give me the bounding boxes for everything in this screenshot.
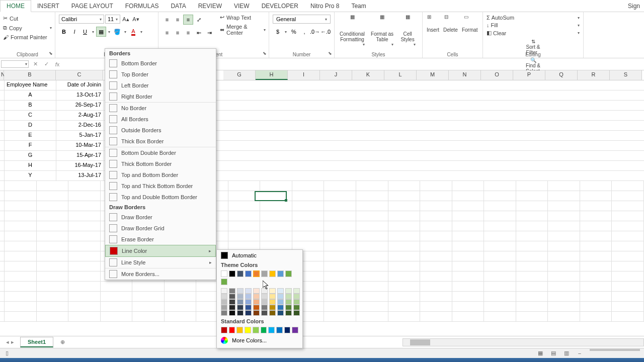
accounting-format-button[interactable]: $	[273, 27, 283, 37]
cell[interactable]	[420, 272, 452, 281]
cell[interactable]	[516, 272, 548, 281]
tab-nitro[interactable]: Nitro Pro 8	[304, 1, 345, 12]
sheet-nav-prev[interactable]: ◂ ▸	[0, 339, 20, 345]
cell[interactable]	[612, 221, 644, 231]
cell[interactable]	[548, 191, 580, 201]
more-borders-menu-item[interactable]: More Borders...	[105, 268, 216, 280]
color-swatch[interactable]	[229, 305, 235, 310]
cell[interactable]	[484, 181, 516, 191]
col-header-l[interactable]: L	[384, 70, 417, 80]
cell[interactable]	[516, 312, 548, 321]
cell[interactable]	[68, 312, 101, 321]
decrease-font-button[interactable]: A▾	[131, 15, 140, 24]
color-swatch[interactable]	[277, 305, 284, 310]
border-menu-item[interactable]: No Border	[105, 103, 216, 114]
color-swatch[interactable]	[245, 305, 252, 310]
cell[interactable]	[388, 312, 421, 321]
insert-cells-button[interactable]: ⊞Insert	[425, 13, 441, 57]
cell[interactable]	[612, 241, 644, 251]
cell[interactable]	[101, 292, 133, 301]
cell[interactable]	[452, 241, 485, 251]
col-header-n[interactable]: N	[449, 70, 481, 80]
cell[interactable]	[356, 272, 388, 281]
col-header-m[interactable]: M	[417, 70, 449, 80]
color-swatch[interactable]	[277, 299, 284, 305]
cell[interactable]	[452, 302, 485, 311]
cell[interactable]: 15-Apr-17	[56, 151, 104, 160]
cell[interactable]	[165, 282, 197, 291]
align-center-button[interactable]: ≡	[173, 28, 183, 38]
cell[interactable]	[580, 282, 612, 291]
cell[interactable]: 26-Sep-17	[56, 101, 104, 110]
cell[interactable]	[420, 191, 452, 201]
cell[interactable]	[324, 282, 356, 291]
align-middle-button[interactable]: ≡	[173, 15, 183, 25]
cell[interactable]	[580, 191, 612, 201]
increase-indent-button[interactable]: ⇥	[204, 28, 214, 38]
cell[interactable]	[68, 211, 101, 221]
clear-button[interactable]: ◧Clear▾	[486, 29, 580, 37]
cell[interactable]	[5, 201, 37, 211]
cell[interactable]	[165, 292, 197, 301]
color-swatch[interactable]	[221, 305, 227, 310]
cell[interactable]	[5, 191, 37, 201]
cell[interactable]	[388, 241, 421, 251]
col-header-partial[interactable]: N	[0, 70, 4, 80]
zoom-slider[interactable]	[590, 349, 640, 351]
cell[interactable]	[580, 221, 612, 231]
cell[interactable]	[420, 292, 452, 301]
cell[interactable]	[37, 282, 69, 291]
copy-button[interactable]: ⧉Copy▾	[2, 24, 53, 32]
cell[interactable]	[68, 181, 101, 191]
cell[interactable]	[516, 181, 548, 191]
cell[interactable]	[548, 181, 580, 191]
color-swatch[interactable]	[221, 288, 227, 294]
cell[interactable]	[388, 282, 421, 291]
cell[interactable]	[548, 221, 580, 231]
cell[interactable]	[324, 221, 356, 231]
border-menu-item[interactable]: Top Border	[105, 69, 216, 80]
cell[interactable]	[5, 312, 37, 321]
formula-cancel-button[interactable]: ✕	[30, 59, 41, 69]
cell[interactable]: H	[5, 161, 56, 170]
cell[interactable]	[324, 191, 356, 201]
format-as-table-button[interactable]: ▦Format as Table▾	[368, 13, 396, 57]
cell[interactable]	[324, 241, 356, 251]
align-left-button[interactable]: ≡	[162, 28, 172, 38]
cell[interactable]	[5, 292, 37, 301]
color-swatch[interactable]	[253, 288, 260, 294]
color-swatch[interactable]	[293, 294, 300, 299]
cell[interactable]	[68, 261, 101, 271]
cell[interactable]	[484, 312, 516, 321]
cell[interactable]	[548, 211, 580, 221]
tab-page-layout[interactable]: PAGE LAYOUT	[65, 1, 119, 12]
cell[interactable]	[292, 191, 325, 201]
cell[interactable]	[37, 251, 69, 261]
cell[interactable]	[388, 272, 421, 281]
color-swatch[interactable]	[293, 299, 300, 305]
color-swatch[interactable]	[285, 294, 292, 299]
cell[interactable]	[420, 312, 452, 321]
cell[interactable]	[356, 231, 388, 241]
number-format-combo[interactable]: General▾	[273, 15, 331, 24]
cell[interactable]	[420, 231, 452, 241]
cell[interactable]	[388, 211, 421, 221]
cell[interactable]	[484, 302, 516, 311]
color-swatch[interactable]	[277, 288, 284, 294]
fill-button[interactable]: ↓Fill▾	[486, 22, 580, 29]
cell[interactable]	[580, 302, 612, 311]
cell[interactable]	[516, 201, 548, 211]
color-swatch[interactable]	[292, 327, 298, 333]
cell[interactable]	[5, 282, 37, 291]
border-menu-item[interactable]: Outside Borders	[105, 125, 216, 136]
col-header-o[interactable]: O	[481, 70, 513, 80]
color-swatch[interactable]	[268, 327, 275, 333]
cell[interactable]	[420, 251, 452, 261]
macro-record-button[interactable]: ▯	[1, 349, 13, 358]
cell[interactable]	[292, 231, 325, 241]
cell[interactable]	[388, 302, 421, 311]
cell[interactable]	[484, 282, 516, 291]
fill-color-dropdown[interactable]: ▾	[123, 30, 128, 34]
cell[interactable]: A	[5, 90, 56, 100]
cell[interactable]: G	[5, 151, 56, 160]
